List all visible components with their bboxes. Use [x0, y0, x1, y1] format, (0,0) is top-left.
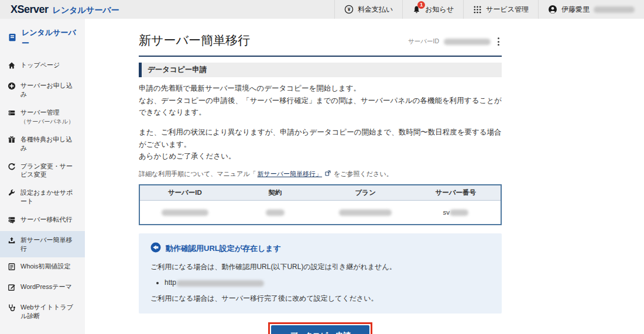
- sidebar-item-sublabel: （サーバーパネル）: [20, 118, 74, 126]
- caution-paragraph: また、ご利用の状況により異なりますが、申請からデータコピーの開始まで、数時間〜数…: [139, 126, 502, 163]
- sidebar-item-wordpress-theme[interactable]: WordPressテーマ: [0, 278, 85, 298]
- url-notice-box: 動作確認用URL設定が存在します ご利用になる場合は、動作確認用URL(以下UR…: [139, 233, 502, 314]
- col-server-id: サーバーID: [139, 185, 230, 201]
- col-plan: プラン: [320, 185, 411, 201]
- upload-icon: [8, 236, 16, 247]
- plus-circle-icon: [8, 81, 16, 92]
- external-link-icon[interactable]: [325, 170, 331, 177]
- refresh-icon: [8, 162, 16, 173]
- sidebar-item-server-management[interactable]: サーバー管理 （サーバーパネル）: [0, 104, 85, 130]
- cell-contract: [230, 200, 321, 225]
- nav-service-management-label: サービス管理: [486, 5, 529, 15]
- sidebar-item-server-apply[interactable]: サーバーお申し込み: [0, 77, 85, 104]
- svg-text:¥: ¥: [348, 6, 351, 12]
- notice-url-list: http: [165, 278, 490, 287]
- wrench-icon: [8, 188, 16, 199]
- nav-payment[interactable]: ¥ 料金支払い: [334, 0, 402, 19]
- nav-notifications-label: お知らせ: [425, 5, 454, 15]
- manual-link[interactable]: 新サーバー簡単移行」: [258, 170, 323, 178]
- submit-area: データコピー申請: [139, 322, 502, 334]
- megaphone-icon: [150, 242, 161, 255]
- redacted-url: [176, 280, 264, 287]
- sidebar-item-label: サーバーお申し込み: [20, 81, 77, 99]
- user-icon: [548, 5, 557, 14]
- page-title: 新サーバー簡単移行: [139, 32, 250, 49]
- section-header: データコピー申請: [139, 63, 502, 77]
- compose-icon: [8, 283, 16, 294]
- sidebar-title-label: レンタルサーバー: [22, 27, 77, 49]
- sidebar-item-label: トップページ: [20, 61, 60, 70]
- sidebar-item-setup-support[interactable]: 設定おまかせサポート: [0, 184, 85, 211]
- intro-line-1: 申請の先着順で最新サーバー環境へのデータコピーを開始します。: [139, 84, 361, 92]
- redacted-server-id-value: [162, 209, 208, 216]
- logo-text-primary: XServer: [11, 4, 49, 16]
- main-area: 新サーバー簡単移行 サーバーID データコピー申請 申請の先着順で最新サーバー環…: [85, 19, 644, 334]
- intro-line-2: なお、データコピーの申請後、「サーバー移行確定」までの間は、サーバーパネルの各機…: [139, 97, 502, 117]
- nav-account[interactable]: 伊藤愛里: [538, 0, 644, 19]
- sidebar-item-whois[interactable]: Whois初期値設定: [0, 257, 85, 278]
- nav-payment-label: 料金支払い: [358, 5, 393, 15]
- cell-server-id: [139, 200, 230, 225]
- sidebar-item-label: Webサイトトラブル診断: [20, 303, 77, 321]
- document-icon: [8, 262, 16, 273]
- col-contract: 契約: [230, 185, 321, 201]
- sidebar-item-server-transfer[interactable]: サーバー移転代行: [0, 211, 85, 231]
- redacted-plan-value: [339, 209, 392, 216]
- rental-server-icon: [8, 33, 17, 44]
- server-id-label: サーバーID: [408, 37, 439, 46]
- sidebar-item-label: 設定おまかせサポート: [20, 188, 77, 206]
- top-header: XServer レンタルサーバー ¥ 料金支払い 1 お知らせ サービス管理: [0, 0, 644, 19]
- redacted-contract-value: [266, 209, 285, 216]
- top-nav: ¥ 料金支払い 1 お知らせ サービス管理 伊藤愛里: [334, 0, 644, 19]
- nav-service-management[interactable]: サービス管理: [463, 0, 538, 19]
- stethoscope-icon: [8, 303, 16, 314]
- home-icon: [8, 61, 16, 72]
- sidebar-item-benefits[interactable]: 各種特典お申し込み: [0, 130, 85, 157]
- sidebar-item-trouble-diagnosis[interactable]: Webサイトトラブル診断: [0, 298, 85, 325]
- sidebar-item-top-page[interactable]: トップページ: [0, 56, 85, 77]
- gift-icon: [8, 135, 16, 146]
- bell-icon: 1: [412, 5, 421, 14]
- nav-account-name: 伊藤愛里: [561, 5, 590, 15]
- logo-text-secondary: レンタルサーバー: [53, 5, 119, 16]
- redacted-account-id: [594, 6, 635, 13]
- caution-line-1: また、ご利用の状況により異なりますが、申請からデータコピーの開始まで、数時間〜数…: [139, 128, 502, 149]
- server-move-icon: [8, 215, 16, 226]
- notice-line-2: ご利用になる場合は、サーバー移行完了後に改めて設定してください。: [150, 294, 490, 304]
- server-icon: [8, 108, 16, 119]
- col-server-number: サーバー番号: [411, 185, 502, 201]
- table-row: sv: [139, 200, 501, 225]
- nav-notifications[interactable]: 1 お知らせ: [402, 0, 463, 19]
- manual-note-prefix: 詳細な利用手順について、マニュアル「: [139, 170, 256, 178]
- notice-header: 動作確認用URL設定が存在します: [150, 242, 490, 255]
- notice-line-1: ご利用になる場合は、動作確認用URL(以下URL)の設定は引き継がれません。: [150, 262, 490, 272]
- notice-url-item: http: [165, 278, 490, 287]
- page-title-row: 新サーバー簡単移行 サーバーID: [139, 32, 502, 57]
- manual-note-suffix: をご参照ください。: [334, 170, 393, 178]
- sidebar-item-label: サーバー移転代行: [20, 215, 73, 224]
- manual-note: 詳細な利用手順について、マニュアル「新サーバー簡単移行」をご参照ください。: [139, 170, 502, 178]
- notification-badge: 1: [417, 1, 425, 9]
- sidebar-item-label: WordPressテーマ: [20, 283, 72, 291]
- redacted-server-id: [444, 39, 491, 45]
- cell-server-number: sv: [411, 200, 502, 225]
- notice-title: 動作確認用URL設定が存在します: [166, 243, 281, 254]
- content-column: 新サーバー簡単移行 サーバーID データコピー申請 申請の先着順で最新サーバー環…: [139, 32, 502, 334]
- sidebar-item-plan-change[interactable]: プラン変更・サービス変更: [0, 157, 85, 184]
- sidebar-item-label: 新サーバー簡単移行: [20, 236, 77, 253]
- annotation-highlight-box: データコピー申請: [268, 322, 372, 334]
- cell-plan: [320, 200, 411, 225]
- data-copy-submit-button[interactable]: データコピー申請: [271, 325, 369, 334]
- server-info-table: サーバーID 契約 プラン サーバー番号 sv: [139, 184, 502, 226]
- sidebar-item-label: 各種特典お申し込み: [20, 135, 77, 153]
- sidebar-title-rental-server[interactable]: レンタルサーバー: [0, 19, 85, 56]
- caution-line-2: あらかじめご了承ください。: [139, 152, 235, 160]
- sidebar-item-label: サーバー管理 （サーバーパネル）: [20, 108, 74, 126]
- xserver-logo[interactable]: XServer レンタルサーバー: [0, 4, 119, 16]
- yen-circle-icon: ¥: [344, 5, 354, 14]
- sidebar-item-new-server-migration[interactable]: 新サーバー簡単移行: [0, 231, 85, 258]
- redacted-server-number-value: [450, 209, 468, 216]
- kebab-menu-icon[interactable]: [495, 36, 502, 47]
- server-number-prefix: sv: [443, 209, 450, 216]
- table-header-row: サーバーID 契約 プラン サーバー番号: [139, 185, 501, 201]
